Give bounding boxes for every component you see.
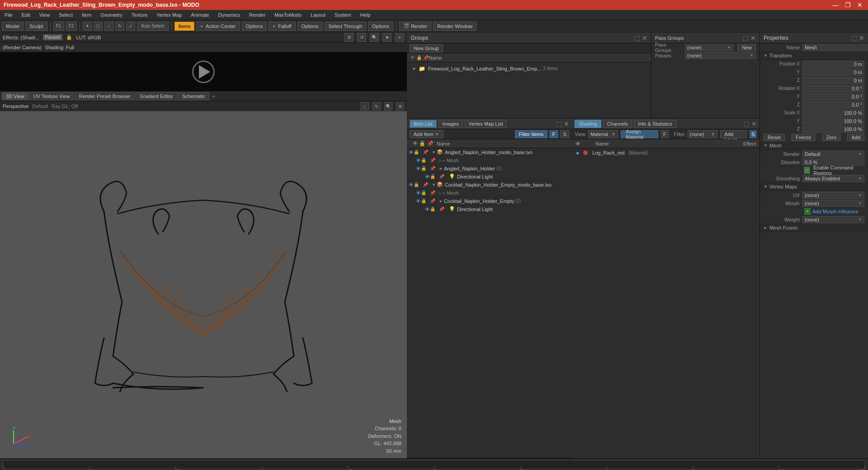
falloff-btn[interactable]: Falloff xyxy=(269,22,295,31)
preview-btn-2[interactable]: ↺ xyxy=(357,33,366,42)
tool-icon-3[interactable]: ↔ xyxy=(104,22,113,31)
menu-edit[interactable]: Edit xyxy=(20,11,32,19)
shading-close[interactable]: ✕ xyxy=(751,120,757,127)
tab-shading[interactable]: Shading xyxy=(575,120,601,128)
tool-icon-2[interactable]: ⬡ xyxy=(94,22,103,31)
scale-z-value[interactable]: 100.0 % xyxy=(802,126,864,133)
properties-expand[interactable]: ⬚ xyxy=(851,34,857,42)
assign-f-btn[interactable]: F xyxy=(661,130,669,138)
item-list-content[interactable]: 👁 🔒 📌 ▼ 📦 Angled_Napkin_Holder_modo_base… xyxy=(407,148,572,458)
viewport-btn-rotate[interactable]: ↻ xyxy=(373,102,381,110)
filter-items-btn[interactable]: Filter Items xyxy=(515,130,547,138)
pass-groups-new-btn[interactable]: New xyxy=(738,44,756,51)
add-item-btn[interactable]: Add Item ▼ xyxy=(410,130,443,138)
tool-icon-4[interactable]: ↻ xyxy=(115,22,124,31)
tab-images[interactable]: Images xyxy=(439,120,463,128)
model-mode-btn[interactable]: Model xyxy=(2,22,24,31)
morph-dropdown[interactable]: (none) ▼ xyxy=(802,200,864,207)
viewport-btn-home[interactable]: ⌂ xyxy=(361,102,369,110)
auto-select-btn[interactable]: Auto Select xyxy=(137,22,169,31)
tab-3d-view[interactable]: 3D View xyxy=(2,92,28,100)
f2-btn[interactable]: F2 xyxy=(66,22,77,31)
options1-btn[interactable]: Options xyxy=(242,22,267,31)
menu-help[interactable]: Help xyxy=(359,11,373,19)
menu-animate[interactable]: Animate xyxy=(189,11,211,19)
tab-render-preset-browser[interactable]: Render Preset Browser xyxy=(75,92,135,100)
preview-btn-4[interactable]: ★ xyxy=(382,33,392,42)
item-row-4[interactable]: 👁 🔒 📌 ▼ 📦 Cocktail_Napkin_Holder_Empty_m… xyxy=(407,181,572,189)
menu-render[interactable]: Render xyxy=(247,11,267,19)
options2-btn[interactable]: Options xyxy=(297,22,323,31)
view-select[interactable]: Material ▼ xyxy=(588,130,618,138)
window-controls[interactable]: — ❐ ✕ xyxy=(830,1,864,9)
add-layer-btn[interactable]: Add Layer xyxy=(720,130,746,138)
shading-expand[interactable]: ⬚ xyxy=(744,120,750,127)
shading-content[interactable]: ► Log_Rack_red (Material) xyxy=(572,148,760,458)
render-window-btn[interactable]: Render Window xyxy=(433,22,476,31)
filter-f-btn[interactable]: F xyxy=(549,130,558,138)
item-row-1[interactable]: 👁 🔒 📌 ▶ ▫ Mesh xyxy=(407,156,572,164)
scale-y-value[interactable]: 100.0 % xyxy=(802,118,864,125)
menu-dynamics[interactable]: Dynamics xyxy=(217,11,242,19)
sculpt-mode-btn[interactable]: Sculpt xyxy=(25,22,47,31)
item-list-close[interactable]: ✕ xyxy=(564,120,569,127)
reset-btn[interactable]: Reset xyxy=(764,134,785,141)
passes-value[interactable]: (none) ▼ xyxy=(685,52,756,59)
position-z-value[interactable]: 0 m xyxy=(802,77,864,84)
menu-item[interactable]: Item xyxy=(80,11,93,19)
dissolve-slider[interactable]: 0.0 % xyxy=(802,159,864,166)
filter-select[interactable]: (none) ▼ xyxy=(688,130,717,138)
properties-close[interactable]: ✕ xyxy=(859,34,864,42)
item-row-3[interactable]: 👁 🔒 📌 💡 Directional Light xyxy=(407,173,572,181)
rotation-x-value[interactable]: 0.0 ° xyxy=(802,85,864,92)
menu-vertex-map[interactable]: Vertex Map xyxy=(155,11,184,19)
assign-material-btn[interactable]: Assign Material xyxy=(621,130,658,138)
scale-x-value[interactable]: 100.0 % xyxy=(802,109,864,117)
options3-btn[interactable]: Options xyxy=(368,22,393,31)
zero-btn[interactable]: Zero xyxy=(822,134,841,141)
tool-icon-1[interactable]: ✦ xyxy=(83,22,92,31)
add-tab-btn[interactable]: + xyxy=(210,94,217,99)
3d-viewport[interactable]: Perspective Default Ray GL: Off ⌂ ↻ 🔍 ⚙ xyxy=(0,101,407,458)
preview-btn-3[interactable]: 🔍 xyxy=(370,33,379,42)
freeze-btn[interactable]: Freeze xyxy=(792,134,815,141)
tab-info-statistics[interactable]: Info & Statistics xyxy=(634,120,676,128)
menu-maxtomodo[interactable]: MaxToModo xyxy=(273,11,303,19)
item-list-expand[interactable]: ⬚ xyxy=(556,120,562,127)
item-row-0[interactable]: 👁 🔒 📌 ▼ 📦 Angled_Napkin_Holder_modo_base… xyxy=(407,148,572,156)
preview-btn-1[interactable]: ⚙ xyxy=(344,33,354,42)
viewport-btn-zoom[interactable]: 🔍 xyxy=(384,102,392,110)
name-input[interactable] xyxy=(802,44,868,51)
pass-groups-close[interactable]: ✕ xyxy=(750,34,756,42)
item-row-7[interactable]: 👁 🔒 📌 💡 Directional Light xyxy=(407,205,572,213)
render-dropdown[interactable]: Default ▼ xyxy=(802,150,864,158)
tab-uv-texture-view[interactable]: UV Texture View xyxy=(29,92,74,100)
menu-texture[interactable]: Texture xyxy=(130,11,150,19)
shading-row-0[interactable]: ► Log_Rack_red (Material) xyxy=(572,148,760,157)
play-button[interactable] xyxy=(192,61,215,83)
tool-icon-5[interactable]: ⤢ xyxy=(126,22,135,31)
menu-geometry[interactable]: Geometry xyxy=(99,11,124,19)
timeline-ruler[interactable]: 0 12 24 36 48 60 72 84 xyxy=(3,460,865,469)
action-center-btn[interactable]: Action Center xyxy=(196,22,240,31)
add-morph-influence-row[interactable]: + Add Morph Influence xyxy=(760,207,868,216)
command-regions-checkbox[interactable]: ✓ xyxy=(804,167,810,174)
tab-gradient-editor[interactable]: Gradient Editor xyxy=(136,92,177,100)
uv-dropdown[interactable]: (none) ▼ xyxy=(802,192,864,199)
pass-groups-value[interactable]: (none) ▼ xyxy=(685,44,733,51)
items-btn[interactable]: Items xyxy=(175,22,195,31)
group-row-1[interactable]: ► 📁 Firewood_Log_Rack_Leather_Sling_Brow… xyxy=(409,64,649,73)
tab-item-list[interactable]: Item List xyxy=(410,120,437,128)
groups-expand-btn[interactable]: ⬚ xyxy=(634,34,640,42)
maximize-btn[interactable]: ❐ xyxy=(843,1,853,9)
smoothing-dropdown[interactable]: Always Enabled ▼ xyxy=(802,175,864,182)
rotation-y-value[interactable]: 0.0 ° xyxy=(802,93,864,100)
menu-select[interactable]: Select xyxy=(57,11,75,19)
tab-channels[interactable]: Channels xyxy=(603,120,632,128)
position-x-value[interactable]: 0 m xyxy=(802,61,864,68)
item-row-5[interactable]: 👁 🔒 📌 ▶ ▫ Mesh xyxy=(407,189,572,197)
preview-btn-5[interactable]: ≡ xyxy=(395,33,404,42)
weight-dropdown[interactable]: (none) ▼ xyxy=(802,216,864,223)
item-row-6[interactable]: 👁 🔒 📌 ► Cocktail_Napkin_Holder_Empty (2) xyxy=(407,197,572,205)
menu-file[interactable]: File xyxy=(3,11,14,19)
